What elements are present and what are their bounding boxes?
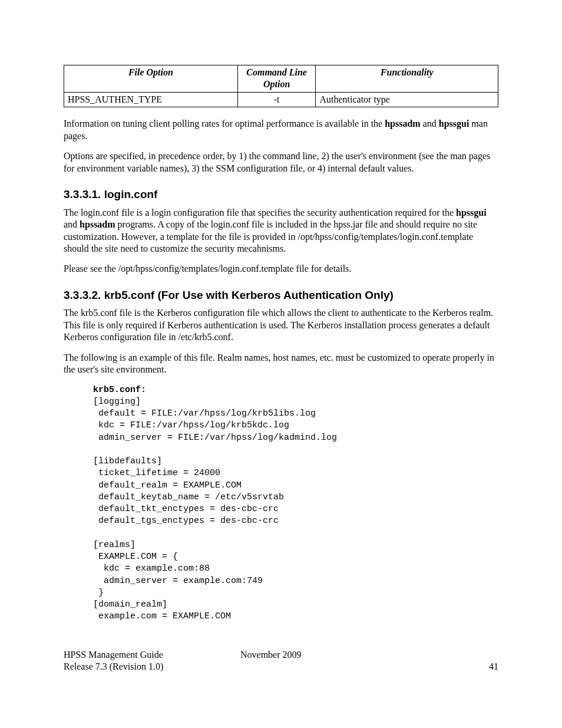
footer-page-number: 41 (358, 661, 498, 673)
footer-date: November 2009 (240, 649, 358, 661)
td-file-option: HPSS_AUTHEN_TYPE (64, 92, 238, 107)
footer-release: Release 7.3 (Revision 1.0) (64, 661, 240, 673)
footer-guide: HPSS Management Guide (64, 649, 240, 661)
heading-krb5-conf: 3.3.3.2. krb5.conf (For Use with Kerbero… (64, 288, 498, 302)
td-command: -t (237, 92, 316, 107)
paragraph-login-desc: The login.conf file is a login configura… (64, 207, 498, 255)
paragraph-krb5-desc: The krb5.conf file is the Kerberos confi… (64, 307, 498, 343)
th-functionality: Functionality (316, 65, 498, 93)
paragraph-precedence: Options are specified, in precedence ord… (64, 150, 498, 174)
paragraph-tuning: Information on tuning client polling rat… (64, 118, 498, 142)
page-footer: HPSS Management Guide Release 7.3 (Revis… (64, 649, 498, 673)
paragraph-krb5-example: The following is an example of this file… (64, 352, 498, 376)
th-file-option: File Option (64, 65, 238, 93)
code-block-krb5: krb5.conf: [logging] default = FILE:/var… (93, 384, 498, 623)
heading-login-conf: 3.3.3.1. login.conf (64, 187, 498, 202)
options-table: File Option Command Line Option Function… (64, 65, 498, 107)
paragraph-login-see: Please see the /opt/hpss/config/template… (64, 263, 498, 275)
th-command-line: Command Line Option (237, 65, 316, 93)
table-header-row: File Option Command Line Option Function… (64, 65, 498, 93)
td-functionality: Authenticator type (316, 92, 498, 107)
table-row: HPSS_AUTHEN_TYPE -t Authenticator type (64, 92, 498, 107)
